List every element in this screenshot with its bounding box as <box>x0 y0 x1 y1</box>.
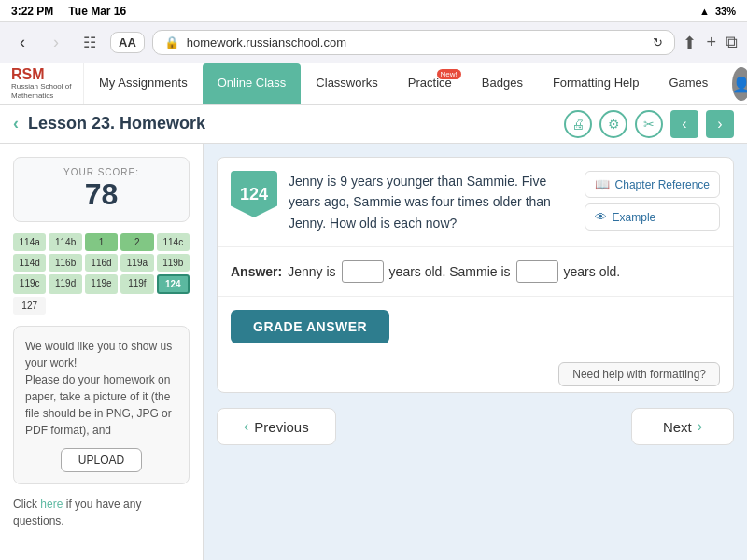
status-time: 3:22 PM <box>11 5 53 18</box>
example-label: Example <box>613 211 656 224</box>
tab-classworks[interactable]: Classworks <box>301 63 392 104</box>
score-section: YOUR SCORE: 78 <box>13 157 190 222</box>
tab-games[interactable]: Games <box>654 63 723 104</box>
sammie-input[interactable] <box>516 260 558 283</box>
problem-cell-116b[interactable]: 116b <box>49 254 81 272</box>
add-tab-button[interactable]: + <box>706 33 716 52</box>
app-header: RSM Russian School of Mathematics My Ass… <box>0 63 747 105</box>
status-bar: 3:22 PM Tue Mar 16 ▲ 33% <box>0 0 747 22</box>
problem-cell-119f[interactable]: 119f <box>120 274 153 294</box>
problem-cell-116d[interactable]: 116d <box>85 254 118 272</box>
logo-text: RSM <box>11 67 72 82</box>
prev-arrow-icon: ‹ <box>244 418 248 435</box>
previous-button[interactable]: ‹ Previous <box>217 408 336 445</box>
problem-cell-119b[interactable]: 119b <box>157 254 190 272</box>
lesson-back-button[interactable]: ‹ <box>13 114 19 133</box>
next-label: Next <box>663 419 692 435</box>
new-badge: New! <box>437 69 461 79</box>
formatting-area: Need help with formatting? <box>218 357 733 392</box>
refresh-icon[interactable]: ↻ <box>653 35 663 49</box>
chapter-ref-label: Chapter Reference <box>615 178 710 191</box>
jenny-suffix: years old. Sammie is <box>389 264 511 279</box>
next-button[interactable]: Next › <box>631 408 734 445</box>
problem-grid: 114a114b12114c114d116b116d119a119b119c11… <box>13 233 190 315</box>
problem-cell-114d[interactable]: 114d <box>13 254 46 272</box>
problem-cell-119d[interactable]: 119d <box>49 274 81 294</box>
sammie-suffix: years old. <box>564 264 621 279</box>
battery-icon: 33% <box>715 6 736 17</box>
problem-number-badge: 124 <box>231 171 277 217</box>
lesson-share-button[interactable]: ✂ <box>635 110 663 138</box>
problem-cell-114a[interactable]: 114a <box>13 233 46 251</box>
share-button[interactable]: ⬆ <box>683 33 697 53</box>
upload-section: We would like you to show us your work!P… <box>13 326 190 484</box>
tab-formatting-help[interactable]: Formatting Help <box>538 63 654 104</box>
tab-badges[interactable]: Badges <box>467 63 538 104</box>
url-bar[interactable]: 🔒 homework.russianschool.com ↻ <box>152 30 676 55</box>
back-button[interactable]: ‹ <box>9 30 35 56</box>
help-text: Click here if you have any questions. <box>13 496 190 529</box>
problem-cell-124[interactable]: 124 <box>157 274 190 294</box>
grade-area: GRADE ANSWER <box>218 296 733 357</box>
problem-cell-119c[interactable]: 119c <box>13 274 46 294</box>
jenny-input[interactable] <box>342 260 384 283</box>
problem-cell-114b[interactable]: 114b <box>49 233 81 251</box>
problem-cell-119a[interactable]: 119a <box>120 254 153 272</box>
main-area: YOUR SCORE: 78 114a114b12114c114d116b116… <box>0 144 747 560</box>
lesson-settings-button[interactable]: ⚙ <box>599 110 627 138</box>
wifi-icon: ▲ <box>699 6 710 17</box>
help-link[interactable]: here <box>40 497 63 511</box>
tab-my-assignments[interactable]: My Assignments <box>84 63 203 104</box>
status-date: Tue Mar 16 <box>68 5 126 18</box>
help-prefix: Click <box>13 497 40 511</box>
logo-area: RSM Russian School of Mathematics <box>0 63 84 104</box>
problem-header: 124 Jenny is 9 years younger than Sammie… <box>218 158 733 246</box>
forward-button[interactable]: › <box>43 30 69 56</box>
answer-label: Answer: <box>231 264 282 279</box>
page-content: ‹ Lesson 23. Homework 🖨 ⚙ ✂ ‹ › YOUR SCO… <box>0 105 747 560</box>
book-icon: 📖 <box>595 177 610 191</box>
formatting-help-button[interactable]: Need help with formatting? <box>558 362 720 386</box>
next-arrow-icon: › <box>698 418 702 435</box>
right-panel: 124 Jenny is 9 years younger than Sammie… <box>204 144 747 560</box>
problem-cell-127[interactable]: 127 <box>13 297 46 315</box>
problem-card: 124 Jenny is 9 years younger than Sammie… <box>217 157 734 393</box>
eye-icon: 👁 <box>595 210 607 224</box>
problem-text: Jenny is 9 years younger than Sammie. Fi… <box>289 171 573 233</box>
nav-area: ‹ Previous Next › <box>217 404 734 449</box>
tabs-button[interactable]: ⧉ <box>726 33 738 52</box>
lesson-title: Lesson 23. Homework <box>28 114 555 133</box>
left-panel: YOUR SCORE: 78 114a114b12114c114d116b116… <box>0 144 204 560</box>
nav-tabs: My Assignments Online Class Classworks P… <box>84 63 723 104</box>
upload-button[interactable]: UPLOAD <box>61 448 142 472</box>
lock-icon: 🔒 <box>164 35 179 49</box>
profile-avatar[interactable]: 👤 <box>732 67 747 101</box>
lesson-header: ‹ Lesson 23. Homework 🖨 ⚙ ✂ ‹ › <box>0 105 747 144</box>
chapter-reference-button[interactable]: 📖 Chapter Reference <box>585 171 720 198</box>
example-button[interactable]: 👁 Example <box>585 203 720 231</box>
lesson-icons: 🖨 ⚙ ✂ ‹ › <box>564 110 734 138</box>
url-text: homework.russianschool.com <box>187 35 346 49</box>
browser-actions: ⬆ + ⧉ <box>683 33 738 53</box>
browser-chrome: ‹ › ☷ AA 🔒 homework.russianschool.com ↻ … <box>0 22 747 63</box>
score-value: 78 <box>23 177 179 212</box>
upload-text: We would like you to show us your work!P… <box>25 340 172 437</box>
problem-cell-119e[interactable]: 119e <box>85 274 118 294</box>
problem-cell-1[interactable]: 1 <box>85 233 118 251</box>
answer-area: Answer: Jenny is years old. Sammie is ye… <box>218 246 733 296</box>
problem-cell-2[interactable]: 2 <box>120 233 153 251</box>
score-label: YOUR SCORE: <box>23 167 179 177</box>
aa-button[interactable]: AA <box>110 32 145 53</box>
logo-sub: Russian School of Mathematics <box>11 82 72 100</box>
lesson-print-button[interactable]: 🖨 <box>564 110 592 138</box>
tab-online-class[interactable]: Online Class <box>203 63 302 104</box>
problem-cell-114c[interactable]: 114c <box>157 233 190 251</box>
tab-practice[interactable]: Practice New! <box>393 63 467 104</box>
lesson-prev-arrow[interactable]: ‹ <box>670 110 698 138</box>
reader-button[interactable]: ☷ <box>77 30 103 56</box>
lesson-next-arrow[interactable]: › <box>706 110 734 138</box>
jenny-prefix: Jenny is <box>288 264 335 279</box>
side-refs: 📖 Chapter Reference 👁 Example <box>585 171 720 231</box>
grade-button[interactable]: GRADE ANSWER <box>231 310 389 343</box>
previous-label: Previous <box>254 419 308 435</box>
